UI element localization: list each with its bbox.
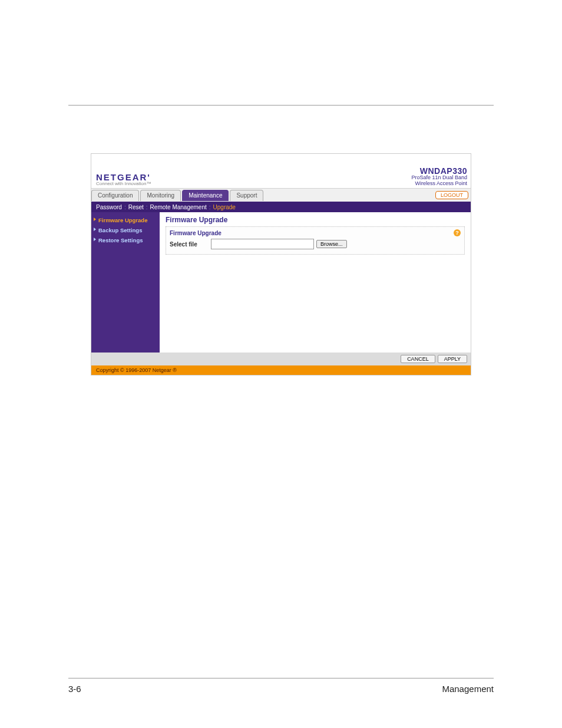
tab-monitoring[interactable]: Monitoring: [140, 190, 181, 201]
brand-tagline: Connect with Innovation™: [96, 182, 151, 187]
page-number: 3-6: [68, 684, 81, 694]
browse-button[interactable]: Browse...: [316, 240, 347, 248]
page-footer: 3-6 Management: [68, 684, 494, 694]
subnav-password[interactable]: Password: [96, 204, 122, 210]
sidenav-restore-settings[interactable]: Restore Settings: [94, 236, 157, 245]
tab-configuration[interactable]: Configuration: [91, 190, 139, 201]
subnav-upgrade[interactable]: Upgrade: [213, 204, 236, 210]
document-page: NETGEAR' Connect with Innovation™ WNDAP3…: [0, 0, 562, 728]
tab-maintenance[interactable]: Maintenance: [182, 190, 229, 201]
firmware-upgrade-form: Firmware Upgrade ? Select file Browse...: [166, 226, 465, 255]
subnav-reset[interactable]: Reset: [128, 204, 144, 210]
section-title: Firmware Upgrade: [166, 216, 465, 224]
sidenav-backup-settings[interactable]: Backup Settings: [94, 226, 157, 235]
router-admin-screenshot: NETGEAR' Connect with Innovation™ WNDAP3…: [91, 153, 471, 375]
help-icon[interactable]: ?: [454, 229, 461, 236]
product-name: WNDAP330: [411, 167, 467, 175]
footer-rule: [68, 678, 494, 678]
brand-name: NETGEAR': [96, 173, 151, 182]
action-bar: CANCEL APPLY: [91, 353, 471, 365]
content-area: Firmware Upgrade Firmware Upgrade ? Sele…: [160, 212, 471, 353]
sidenav-label: Firmware Upgrade: [98, 217, 147, 223]
brand-block: NETGEAR' Connect with Innovation™: [95, 170, 152, 188]
file-path-input[interactable]: [211, 239, 314, 249]
header-rule: [68, 105, 494, 106]
sidenav-label: Restore Settings: [98, 237, 143, 243]
select-file-label: Select file: [170, 241, 211, 248]
chevron-right-icon: [94, 218, 96, 221]
body-area: Firmware Upgrade Backup Settings Restore…: [91, 212, 471, 353]
panel-header: NETGEAR' Connect with Innovation™ WNDAP3…: [91, 154, 471, 188]
product-block: WNDAP330 ProSafe 11n Dual Band Wireless …: [411, 167, 467, 188]
sub-nav: Password: Reset: Remote Management: Upgr…: [91, 202, 471, 212]
main-tab-bar: Configuration Monitoring Maintenance Sup…: [91, 188, 471, 202]
subnav-remote-management[interactable]: Remote Management: [150, 204, 207, 210]
product-sub2: Wireless Access Point: [411, 181, 467, 187]
form-title: Firmware Upgrade: [170, 230, 222, 236]
logout-button[interactable]: LOGOUT: [435, 191, 468, 199]
apply-button[interactable]: APPLY: [438, 355, 467, 363]
sidenav-label: Backup Settings: [98, 227, 142, 233]
side-nav: Firmware Upgrade Backup Settings Restore…: [91, 212, 160, 353]
cancel-button[interactable]: CANCEL: [401, 355, 435, 363]
section-name: Management: [442, 684, 494, 694]
tab-support[interactable]: Support: [230, 190, 263, 201]
chevron-right-icon: [94, 228, 96, 231]
chevron-right-icon: [94, 238, 96, 241]
sidenav-firmware-upgrade[interactable]: Firmware Upgrade: [94, 216, 157, 225]
copyright-bar: Copyright © 1996-2007 Netgear ®: [91, 365, 471, 375]
